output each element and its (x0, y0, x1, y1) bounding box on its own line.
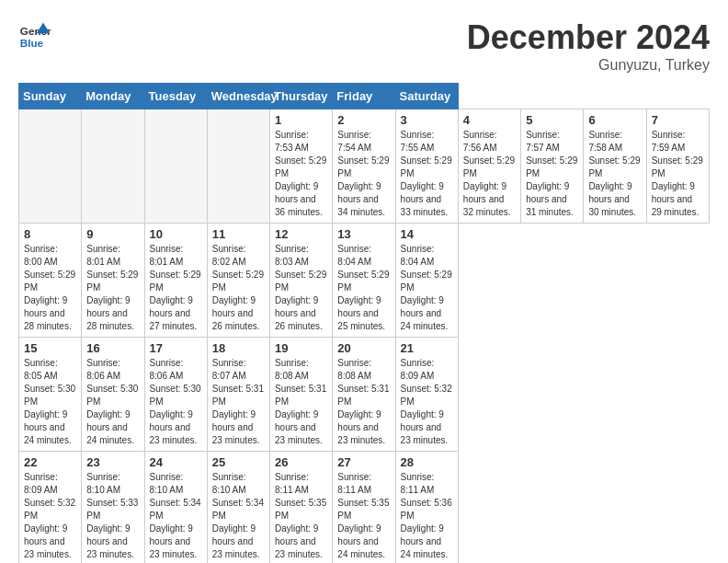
day-info: Sunrise: 8:04 AM Sunset: 5:29 PM Dayligh… (401, 243, 453, 333)
calendar-cell: 12Sunrise: 8:03 AM Sunset: 5:29 PM Dayli… (270, 224, 333, 338)
day-info: Sunrise: 7:56 AM Sunset: 5:29 PM Dayligh… (463, 129, 516, 219)
day-info: Sunrise: 7:58 AM Sunset: 5:29 PM Dayligh… (588, 129, 641, 219)
calendar-week-2: 8Sunrise: 8:00 AM Sunset: 5:29 PM Daylig… (19, 224, 710, 338)
calendar-cell: 9Sunrise: 8:01 AM Sunset: 5:29 PM Daylig… (82, 224, 144, 338)
weekday-header-row: SundayMondayTuesdayWednesdayThursdayFrid… (19, 84, 710, 109)
day-number: 18 (212, 341, 265, 355)
calendar-cell: 15Sunrise: 8:05 AM Sunset: 5:30 PM Dayli… (19, 338, 82, 452)
weekday-header-saturday: Saturday (395, 84, 458, 109)
calendar-cell: 25Sunrise: 8:10 AM Sunset: 5:34 PM Dayli… (207, 452, 269, 564)
calendar-cell (19, 109, 82, 224)
day-number: 27 (337, 455, 390, 469)
day-info: Sunrise: 8:03 AM Sunset: 5:29 PM Dayligh… (275, 243, 327, 333)
day-info: Sunrise: 7:57 AM Sunset: 5:29 PM Dayligh… (526, 129, 578, 219)
calendar-cell: 18Sunrise: 8:07 AM Sunset: 5:31 PM Dayli… (207, 338, 269, 452)
day-info: Sunrise: 8:01 AM Sunset: 5:29 PM Dayligh… (86, 243, 139, 333)
day-info: Sunrise: 8:11 AM Sunset: 5:36 PM Dayligh… (401, 471, 453, 561)
day-info: Sunrise: 7:53 AM Sunset: 5:29 PM Dayligh… (275, 129, 327, 219)
day-info: Sunrise: 8:08 AM Sunset: 5:31 PM Dayligh… (275, 357, 327, 447)
calendar-cell: 3Sunrise: 7:55 AM Sunset: 5:29 PM Daylig… (395, 109, 458, 224)
day-info: Sunrise: 8:02 AM Sunset: 5:29 PM Dayligh… (212, 243, 265, 333)
day-info: Sunrise: 8:08 AM Sunset: 5:31 PM Dayligh… (337, 357, 390, 447)
calendar-cell: 17Sunrise: 8:06 AM Sunset: 5:30 PM Dayli… (144, 338, 207, 452)
weekday-header-wednesday: Wednesday (207, 84, 269, 109)
calendar-cell: 23Sunrise: 8:10 AM Sunset: 5:33 PM Dayli… (82, 452, 144, 564)
calendar-week-4: 22Sunrise: 8:09 AM Sunset: 5:32 PM Dayli… (19, 452, 710, 564)
weekday-header-thursday: Thursday (270, 84, 333, 109)
title-area: December 2024 Gunyuzu, Turkey (467, 18, 710, 74)
calendar-week-1: 1Sunrise: 7:53 AM Sunset: 5:29 PM Daylig… (19, 109, 710, 224)
calendar-cell: 4Sunrise: 7:56 AM Sunset: 5:29 PM Daylig… (458, 109, 520, 224)
day-number: 10 (150, 227, 202, 241)
day-number: 8 (24, 227, 76, 241)
weekday-header-monday: Monday (82, 84, 144, 109)
calendar-cell: 14Sunrise: 8:04 AM Sunset: 5:29 PM Dayli… (395, 224, 458, 338)
day-number: 21 (401, 341, 453, 355)
day-info: Sunrise: 8:07 AM Sunset: 5:31 PM Dayligh… (212, 357, 265, 447)
logo-icon: General Blue (18, 18, 51, 52)
day-info: Sunrise: 8:09 AM Sunset: 5:32 PM Dayligh… (24, 471, 76, 561)
calendar-cell: 11Sunrise: 8:02 AM Sunset: 5:29 PM Dayli… (207, 224, 269, 338)
calendar-cell: 16Sunrise: 8:06 AM Sunset: 5:30 PM Dayli… (82, 338, 144, 452)
calendar-cell: 22Sunrise: 8:09 AM Sunset: 5:32 PM Dayli… (19, 452, 82, 564)
day-info: Sunrise: 8:11 AM Sunset: 5:35 PM Dayligh… (275, 471, 327, 561)
day-number: 2 (337, 113, 390, 127)
calendar-cell (144, 109, 207, 224)
day-number: 17 (150, 341, 202, 355)
calendar-cell: 13Sunrise: 8:04 AM Sunset: 5:29 PM Dayli… (333, 224, 395, 338)
day-number: 24 (150, 455, 202, 469)
weekday-header-sunday: Sunday (19, 84, 82, 109)
day-info: Sunrise: 7:54 AM Sunset: 5:29 PM Dayligh… (337, 129, 390, 219)
calendar-cell: 1Sunrise: 7:53 AM Sunset: 5:29 PM Daylig… (270, 109, 333, 224)
calendar-cell: 10Sunrise: 8:01 AM Sunset: 5:29 PM Dayli… (144, 224, 207, 338)
day-number: 9 (86, 227, 139, 241)
day-info: Sunrise: 8:10 AM Sunset: 5:34 PM Dayligh… (212, 471, 265, 561)
day-number: 19 (275, 341, 327, 355)
calendar-week-3: 15Sunrise: 8:05 AM Sunset: 5:30 PM Dayli… (19, 338, 710, 452)
day-number: 15 (24, 341, 76, 355)
logo: General Blue (18, 18, 51, 52)
day-number: 7 (652, 113, 704, 127)
weekday-header-tuesday: Tuesday (144, 84, 207, 109)
day-number: 25 (212, 455, 265, 469)
day-number: 12 (275, 227, 327, 241)
day-info: Sunrise: 8:00 AM Sunset: 5:29 PM Dayligh… (24, 243, 76, 333)
calendar-cell: 19Sunrise: 8:08 AM Sunset: 5:31 PM Dayli… (270, 338, 333, 452)
day-number: 20 (337, 341, 390, 355)
day-number: 26 (275, 455, 327, 469)
day-info: Sunrise: 8:04 AM Sunset: 5:29 PM Dayligh… (337, 243, 390, 333)
day-number: 16 (86, 341, 139, 355)
calendar-cell: 20Sunrise: 8:08 AM Sunset: 5:31 PM Dayli… (333, 338, 395, 452)
calendar-cell: 8Sunrise: 8:00 AM Sunset: 5:29 PM Daylig… (19, 224, 82, 338)
day-number: 11 (212, 227, 265, 241)
day-number: 14 (401, 227, 453, 241)
weekday-header-friday: Friday (333, 84, 395, 109)
day-number: 1 (275, 113, 327, 127)
day-info: Sunrise: 8:06 AM Sunset: 5:30 PM Dayligh… (150, 357, 202, 447)
day-info: Sunrise: 8:01 AM Sunset: 5:29 PM Dayligh… (150, 243, 202, 333)
calendar-cell: 26Sunrise: 8:11 AM Sunset: 5:35 PM Dayli… (270, 452, 333, 564)
day-number: 28 (401, 455, 453, 469)
calendar-cell (207, 109, 269, 224)
day-info: Sunrise: 7:59 AM Sunset: 5:29 PM Dayligh… (652, 129, 704, 219)
calendar-cell: 28Sunrise: 8:11 AM Sunset: 5:36 PM Dayli… (395, 452, 458, 564)
header: General Blue December 2024 Gunyuzu, Turk… (18, 18, 710, 74)
day-number: 23 (86, 455, 139, 469)
day-number: 4 (463, 113, 516, 127)
month-title: December 2024 (467, 18, 710, 57)
location-title: Gunyuzu, Turkey (467, 57, 710, 74)
calendar-cell: 2Sunrise: 7:54 AM Sunset: 5:29 PM Daylig… (333, 109, 395, 224)
calendar-cell: 6Sunrise: 7:58 AM Sunset: 5:29 PM Daylig… (584, 109, 646, 224)
day-info: Sunrise: 8:06 AM Sunset: 5:30 PM Dayligh… (86, 357, 139, 447)
day-number: 22 (24, 455, 76, 469)
day-info: Sunrise: 8:10 AM Sunset: 5:34 PM Dayligh… (150, 471, 202, 561)
day-number: 5 (526, 113, 578, 127)
calendar-cell: 27Sunrise: 8:11 AM Sunset: 5:35 PM Dayli… (333, 452, 395, 564)
calendar-cell: 24Sunrise: 8:10 AM Sunset: 5:34 PM Dayli… (144, 452, 207, 564)
calendar-cell: 21Sunrise: 8:09 AM Sunset: 5:32 PM Dayli… (395, 338, 458, 452)
calendar-table: SundayMondayTuesdayWednesdayThursdayFrid… (18, 83, 710, 563)
svg-text:Blue: Blue (20, 37, 44, 49)
day-info: Sunrise: 8:05 AM Sunset: 5:30 PM Dayligh… (24, 357, 76, 447)
calendar-cell (82, 109, 144, 224)
day-number: 3 (401, 113, 453, 127)
